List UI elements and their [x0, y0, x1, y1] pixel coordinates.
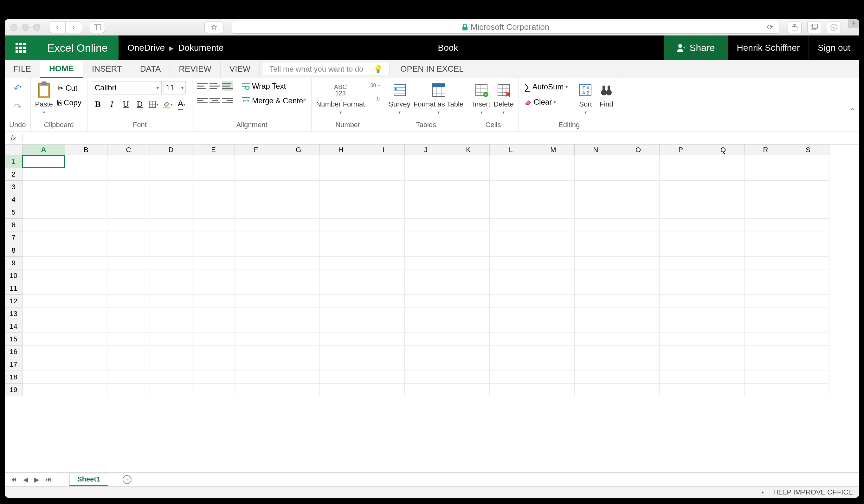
tab-view[interactable]: VIEW	[220, 60, 260, 78]
font-size-select[interactable]: 11▾	[164, 81, 186, 95]
cell[interactable]	[362, 257, 405, 269]
status-menu-icon[interactable]: ▾	[761, 490, 764, 495]
row-header[interactable]: 16	[5, 346, 23, 358]
cell[interactable]	[617, 244, 660, 257]
cell[interactable]	[744, 231, 787, 244]
cell[interactable]	[447, 320, 490, 333]
align-left-button[interactable]	[197, 96, 208, 105]
cell[interactable]	[362, 320, 405, 333]
cell[interactable]	[744, 269, 787, 282]
cell[interactable]	[744, 320, 787, 333]
cell[interactable]	[702, 308, 744, 320]
cell[interactable]	[702, 282, 744, 295]
cell[interactable]	[490, 358, 532, 371]
refresh-icon[interactable]: ⟳	[767, 23, 773, 32]
cell[interactable]	[320, 244, 362, 257]
cell[interactable]	[575, 155, 617, 168]
cell[interactable]	[65, 282, 107, 295]
cell[interactable]	[23, 206, 65, 219]
cell[interactable]	[575, 244, 617, 257]
cell[interactable]	[192, 320, 235, 333]
cell[interactable]	[192, 333, 235, 346]
cell[interactable]	[617, 333, 660, 346]
cell[interactable]	[405, 371, 447, 384]
cell[interactable]	[65, 193, 107, 206]
cell[interactable]	[65, 333, 107, 346]
cell[interactable]	[447, 257, 490, 269]
column-header[interactable]: P	[660, 145, 702, 155]
cell[interactable]	[617, 206, 660, 219]
cell[interactable]	[405, 295, 447, 308]
cell[interactable]	[235, 168, 277, 181]
cell[interactable]	[787, 231, 829, 244]
cell[interactable]	[277, 295, 320, 308]
cell[interactable]	[490, 244, 532, 257]
cell[interactable]	[405, 193, 447, 206]
cell[interactable]	[107, 384, 150, 396]
cell[interactable]	[23, 168, 65, 181]
cell[interactable]	[744, 295, 787, 308]
cell[interactable]	[532, 295, 575, 308]
cell[interactable]	[490, 168, 532, 181]
collapse-ribbon-icon[interactable]: ⌃	[850, 107, 855, 115]
row-header[interactable]: 18	[5, 371, 23, 384]
find-button[interactable]: Find	[598, 81, 615, 108]
cell[interactable]	[150, 333, 192, 346]
cell[interactable]	[447, 269, 490, 282]
cell[interactable]	[405, 346, 447, 358]
column-header[interactable]: Q	[702, 145, 744, 155]
cell[interactable]	[660, 384, 702, 396]
cell[interactable]	[320, 168, 362, 181]
cell[interactable]	[65, 244, 107, 257]
cell[interactable]	[235, 371, 277, 384]
cell[interactable]	[277, 320, 320, 333]
cell[interactable]	[447, 219, 490, 231]
cell[interactable]	[490, 155, 532, 168]
cell[interactable]	[490, 346, 532, 358]
tab-file[interactable]: FILE	[5, 60, 40, 78]
cell[interactable]	[23, 269, 65, 282]
cell[interactable]	[320, 282, 362, 295]
column-header[interactable]: O	[617, 145, 660, 155]
cell[interactable]	[617, 155, 660, 168]
cell[interactable]	[405, 231, 447, 244]
cell[interactable]	[150, 295, 192, 308]
cell[interactable]	[702, 168, 744, 181]
column-header[interactable]: H	[320, 145, 362, 155]
cell[interactable]	[787, 269, 829, 282]
cell[interactable]	[490, 295, 532, 308]
column-header[interactable]: N	[575, 145, 617, 155]
sort-button[interactable]: ZAAZ Sort▾	[577, 81, 594, 115]
cell[interactable]	[107, 358, 150, 371]
cell[interactable]	[107, 308, 150, 320]
clear-button[interactable]: Clear▾	[523, 97, 569, 107]
cell[interactable]	[235, 155, 277, 168]
cell[interactable]	[107, 371, 150, 384]
cell[interactable]	[277, 193, 320, 206]
cell[interactable]	[532, 206, 575, 219]
cell[interactable]	[192, 244, 235, 257]
cell[interactable]	[320, 219, 362, 231]
cell[interactable]	[447, 282, 490, 295]
cell[interactable]	[744, 193, 787, 206]
merge-center-button[interactable]: Merge & Center	[241, 96, 307, 106]
cell[interactable]	[787, 308, 829, 320]
cell[interactable]	[447, 384, 490, 396]
delete-cells-button[interactable]: Delete▾	[493, 81, 514, 115]
app-launcher[interactable]	[5, 36, 36, 60]
cell[interactable]	[744, 358, 787, 371]
cell[interactable]	[660, 168, 702, 181]
cell[interactable]	[277, 333, 320, 346]
cell[interactable]	[150, 358, 192, 371]
cell[interactable]	[277, 269, 320, 282]
cell[interactable]	[192, 269, 235, 282]
cell[interactable]	[235, 219, 277, 231]
cell[interactable]	[23, 219, 65, 231]
cell[interactable]	[65, 269, 107, 282]
cell[interactable]	[787, 193, 829, 206]
cell[interactable]	[362, 295, 405, 308]
cell[interactable]	[192, 308, 235, 320]
cell[interactable]	[702, 155, 744, 168]
cell[interactable]	[362, 193, 405, 206]
cell[interactable]	[65, 206, 107, 219]
